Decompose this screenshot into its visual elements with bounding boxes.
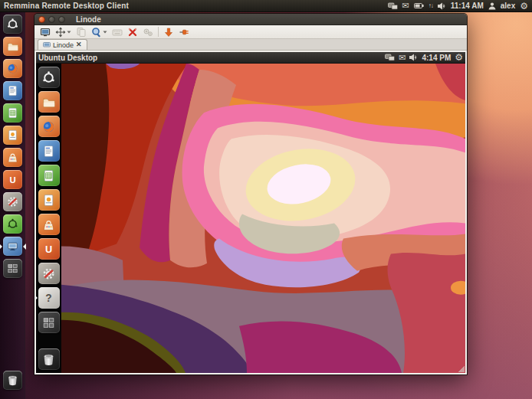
dropdown-caret-icon — [103, 31, 107, 34]
launcher-item-ubuntu-one[interactable]: U — [38, 238, 60, 260]
tab-close-icon[interactable]: ✕ — [76, 41, 82, 48]
username[interactable]: alex — [501, 2, 515, 10]
minimize-connection-button[interactable] — [161, 26, 176, 38]
launcher-item-libreoffice-calc[interactable] — [3, 103, 22, 123]
folder-icon — [6, 40, 19, 53]
network-icon[interactable] — [388, 2, 398, 10]
trash-can-icon — [6, 374, 19, 387]
launcher-item-dash-home[interactable] — [38, 67, 60, 88]
help-icon: ? — [41, 291, 56, 306]
launcher-item-ubuntu-software[interactable] — [3, 214, 22, 234]
user-icon[interactable] — [488, 2, 496, 10]
network-icon[interactable] — [385, 54, 395, 61]
session-gear-icon[interactable]: ⚙ — [455, 53, 463, 62]
launcher-item-libreoffice-calc[interactable] — [38, 165, 60, 186]
switch-page-button[interactable] — [74, 26, 89, 38]
impress-presentation-icon — [6, 129, 19, 142]
posterized-nebula-art — [61, 64, 465, 373]
settings-gear-icon — [41, 267, 56, 281]
tools-gears-icon — [143, 27, 153, 38]
calc-spreadsheet-icon — [6, 106, 19, 119]
folder-icon — [41, 95, 56, 110]
session-gear-icon[interactable]: ⚙ — [520, 2, 528, 11]
software-center-bag-icon — [6, 151, 19, 164]
launcher-item-libreoffice-writer[interactable] — [38, 140, 60, 162]
launcher-item-help[interactable]: ? — [38, 287, 60, 309]
resize-grip[interactable] — [458, 366, 465, 372]
window-minimize-button[interactable] — [48, 16, 55, 23]
keyboard-grab-button[interactable] — [110, 26, 125, 38]
remmina-monitor-icon — [6, 240, 19, 253]
focused-indicator-arrow — [23, 244, 26, 250]
host-unity-launcher: U — [0, 12, 25, 399]
launcher-item-firefox[interactable] — [38, 116, 60, 137]
launcher-item-firefox[interactable] — [3, 59, 22, 78]
calc-spreadsheet-icon — [41, 168, 56, 183]
launcher-item-system-settings[interactable] — [3, 192, 22, 211]
svg-text:U: U — [45, 244, 52, 255]
mail-icon[interactable]: ✉ — [399, 54, 406, 62]
software-center-bag-icon — [41, 217, 56, 232]
launcher-item-trash[interactable] — [3, 371, 22, 390]
remote-clock[interactable]: 4:14 PM — [422, 54, 451, 62]
impress-presentation-icon — [41, 193, 56, 208]
launcher-item-system-settings[interactable] — [38, 263, 60, 284]
writer-document-icon — [6, 84, 19, 97]
switch-page-icon — [76, 27, 87, 38]
launcher-item-trash[interactable] — [38, 348, 60, 370]
trash-can-icon — [41, 352, 56, 367]
tools-button[interactable] — [140, 26, 156, 38]
dash-home-icon — [41, 70, 56, 85]
window-maximize-button[interactable] — [58, 16, 65, 23]
remote-desktop-viewport[interactable]: Ubuntu Desktop ✉ 4:14 PM ⚙ U — [34, 51, 467, 374]
launcher-item-remmina[interactable] — [3, 237, 22, 256]
host-clock[interactable]: 11:14 AM — [451, 2, 484, 10]
preferences-button[interactable] — [125, 26, 140, 38]
workspace-grid-icon — [41, 316, 56, 330]
launcher-item-files[interactable] — [3, 37, 22, 56]
launcher-item-ubuntu-software-center[interactable] — [3, 148, 22, 167]
disconnect-button[interactable] — [176, 26, 192, 38]
zoom-button[interactable] — [89, 26, 110, 38]
window-close-button[interactable] — [38, 16, 45, 23]
window-titlebar[interactable]: Linode — [34, 14, 467, 25]
launcher-item-files[interactable] — [38, 91, 60, 113]
ubuntu-one-icon: U — [41, 242, 56, 257]
zoom-icon — [91, 27, 102, 38]
launcher-item-libreoffice-writer[interactable] — [3, 81, 22, 100]
window-title: Linode — [76, 15, 101, 24]
updown-arrows-icon[interactable]: ↑↓ — [429, 3, 433, 9]
workspace-grid-icon — [6, 262, 19, 275]
svg-text:?: ? — [45, 293, 51, 304]
toolbar-separator — [158, 27, 159, 37]
battery-icon[interactable] — [414, 3, 424, 8]
launcher-item-ubuntu-one[interactable]: U — [3, 170, 22, 189]
launcher-item-dash-home[interactable] — [3, 15, 22, 34]
tab-monitor-icon — [43, 42, 51, 48]
remote-top-panel: Ubuntu Desktop ✉ 4:14 PM ⚙ — [36, 52, 465, 64]
keyboard-grab-icon — [112, 27, 123, 38]
ubuntu-logo-icon — [6, 217, 19, 231]
remmina-window: Linode Linode ✕ Ubuntu Desktop — [34, 14, 467, 374]
running-indicator-arrow — [0, 244, 2, 250]
mail-icon[interactable]: ✉ — [402, 2, 409, 10]
settings-gear-icon — [6, 195, 19, 208]
fullscreen-button[interactable] — [38, 26, 53, 38]
launcher-item-libreoffice-impress[interactable] — [3, 126, 22, 145]
launcher-item-ubuntu-software-center[interactable] — [38, 214, 60, 235]
remote-indicator-tray: ✉ 4:14 PM ⚙ — [385, 53, 465, 62]
launcher-item-libreoffice-impress[interactable] — [38, 189, 60, 211]
launcher-item-workspace-switcher[interactable] — [38, 312, 60, 333]
firefox-icon — [6, 62, 19, 75]
tab-label: Linode — [53, 41, 74, 49]
remote-menubar-title: Ubuntu Desktop — [36, 54, 97, 62]
volume-icon[interactable] — [409, 54, 418, 61]
scaled-mode-button[interactable] — [53, 26, 74, 38]
connection-tab-linode[interactable]: Linode ✕ — [38, 39, 87, 50]
remote-unity-launcher: U ? — [36, 64, 61, 373]
volume-icon[interactable] — [438, 2, 446, 10]
dash-home-icon — [6, 18, 19, 31]
launcher-item-workspace-switcher[interactable] — [3, 259, 22, 278]
writer-document-icon — [41, 144, 56, 159]
remote-desktop-wallpaper — [61, 64, 465, 373]
